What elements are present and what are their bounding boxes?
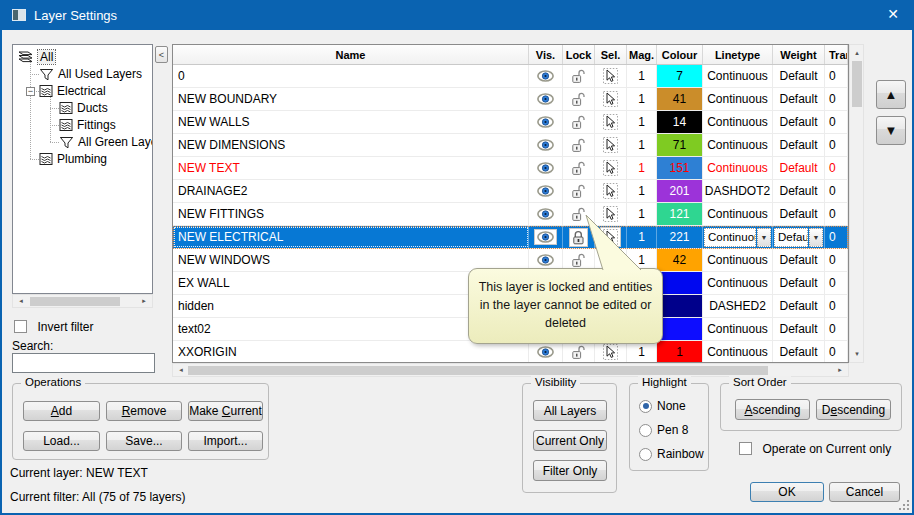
colour-cell[interactable]: 7 [657,65,703,87]
mag-cell[interactable]: 1 [627,134,657,156]
mag-cell[interactable]: 1 [627,180,657,202]
column-header-colour[interactable]: Colour [657,45,703,64]
weight-cell[interactable]: Default [773,341,825,363]
column-header-vis[interactable]: Vis. [529,45,563,64]
load-button[interactable]: Load... [23,431,100,451]
import-button[interactable]: Import... [188,431,263,451]
lock-cell[interactable] [563,180,595,202]
ascending-button[interactable]: Ascending [735,399,810,420]
tree-item-plumbing[interactable]: Plumbing [39,151,107,167]
table-row[interactable]: NEW ELECTRICAL1221Continuous▼Default▼0 [173,226,848,249]
colour-cell[interactable] [657,318,703,340]
lock-cell[interactable] [563,111,595,133]
current-only-button[interactable]: Current Only [533,430,607,451]
colour-cell[interactable]: 42 [657,249,703,271]
linetype-cell[interactable]: Continuous▼ [703,226,773,248]
visibility-cell[interactable] [529,180,563,202]
move-up-button[interactable]: ▲ [876,80,906,109]
lock-cell[interactable] [563,65,595,87]
column-header-trans[interactable]: Trans [825,45,848,64]
mag-cell[interactable]: 1 [627,157,657,179]
colour-cell[interactable]: 14 [657,111,703,133]
transparency-cell[interactable]: 0 [825,88,848,110]
transparency-cell[interactable]: 0 [825,226,848,248]
colour-cell[interactable]: 151 [657,157,703,179]
weight-cell[interactable]: Default [773,272,825,294]
tree-h-scrollbar[interactable]: ◂ ▸ [12,294,153,308]
linetype-cell[interactable]: Continuous [703,65,773,87]
linetype-cell[interactable]: DASHDOT2 [703,180,773,202]
table-row[interactable]: XXORIGIN11ContinuousDefault0 [173,341,848,363]
weight-cell[interactable]: Default [773,157,825,179]
linetype-cell[interactable]: Continuous [703,249,773,271]
all-layers-button[interactable]: All Layers [533,400,607,421]
table-row[interactable]: NEW DIMENSIONS171ContinuousDefault0 [173,134,848,157]
visibility-cell[interactable] [529,134,563,156]
table-row[interactable]: NEW BOUNDARY141ContinuousDefault0 [173,88,848,111]
invert-filter-checkbox[interactable] [14,320,27,333]
visibility-cell[interactable] [529,157,563,179]
layer-name-cell[interactable]: DRAINAGE2 [173,180,529,202]
layer-name-cell[interactable]: NEW WALLS [173,111,529,133]
transparency-cell[interactable]: 0 [825,134,848,156]
visibility-cell[interactable] [529,341,563,363]
lock-cell[interactable] [563,157,595,179]
lock-cell[interactable] [563,88,595,110]
chevron-down-icon[interactable]: ▼ [809,228,823,247]
colour-cell[interactable]: 71 [657,134,703,156]
resize-grip-icon[interactable] [899,500,909,510]
table-v-scrollbar[interactable]: ▴ ▾ [849,44,864,363]
scroll-thumb[interactable] [30,297,120,306]
weight-cell[interactable]: Default [773,111,825,133]
save-button[interactable]: Save... [106,431,182,451]
cancel-button[interactable]: Cancel [829,482,900,502]
tree-expander-minus[interactable]: − [26,87,35,96]
column-header-weight[interactable]: Weight [773,45,825,64]
transparency-cell[interactable]: 0 [825,249,848,271]
transparency-cell[interactable]: 0 [825,272,848,294]
radio-option-none[interactable]: None [639,399,686,413]
weight-cell[interactable]: Default [773,203,825,225]
table-row[interactable]: NEW WALLS114ContinuousDefault0 [173,111,848,134]
transparency-cell[interactable]: 0 [825,111,848,133]
close-icon[interactable]: ✕ [878,0,908,28]
radio-icon[interactable] [639,448,652,461]
add-button[interactable]: Add [23,401,100,421]
filter-only-button[interactable]: Filter Only [533,460,607,481]
tree-item-all-green-layers[interactable]: All Green Layers [59,134,153,150]
transparency-cell[interactable]: 0 [825,157,848,179]
lock-cell[interactable] [563,341,595,363]
selectable-cell[interactable] [595,134,627,156]
selectable-cell[interactable] [595,65,627,87]
mag-cell[interactable]: 1 [627,341,657,363]
layer-name-cell[interactable]: NEW DIMENSIONS [173,134,529,156]
scroll-thumb[interactable] [852,61,862,107]
visibility-cell[interactable] [529,203,563,225]
column-header-linetype[interactable]: Linetype [703,45,773,64]
tree-item-all[interactable]: All [17,49,55,65]
linetype-cell[interactable]: Continuous [703,111,773,133]
lock-cell[interactable] [563,134,595,156]
linetype-cell[interactable]: Continuous [703,88,773,110]
search-input[interactable] [12,353,155,373]
layer-name-cell[interactable]: NEW ELECTRICAL [173,226,529,248]
selectable-cell[interactable] [595,341,627,363]
tree-item-ducts[interactable]: Ducts [59,100,108,116]
linetype-cell[interactable]: Continuous [703,272,773,294]
scroll-right-icon[interactable]: ▸ [834,364,846,376]
colour-cell[interactable] [657,295,703,317]
tree-item-electrical[interactable]: Electrical [39,83,106,99]
chevron-down-icon[interactable]: ▼ [757,228,771,247]
weight-cell[interactable]: Default [773,295,825,317]
table-row[interactable]: DRAINAGE21201DASHDOT2Default0 [173,180,848,203]
table-h-scrollbar[interactable]: ◂ ▸ [172,363,849,377]
linetype-cell[interactable]: Continuous [703,203,773,225]
layer-name-cell[interactable]: NEW TEXT [173,157,529,179]
visibility-cell[interactable] [529,226,563,248]
colour-cell[interactable]: 1 [657,341,703,363]
weight-cell[interactable]: Default [773,88,825,110]
transparency-cell[interactable]: 0 [825,203,848,225]
tree-collapse-button[interactable]: < [155,46,168,63]
weight-cell[interactable]: Default▼ [773,226,825,248]
selectable-cell[interactable] [595,157,627,179]
